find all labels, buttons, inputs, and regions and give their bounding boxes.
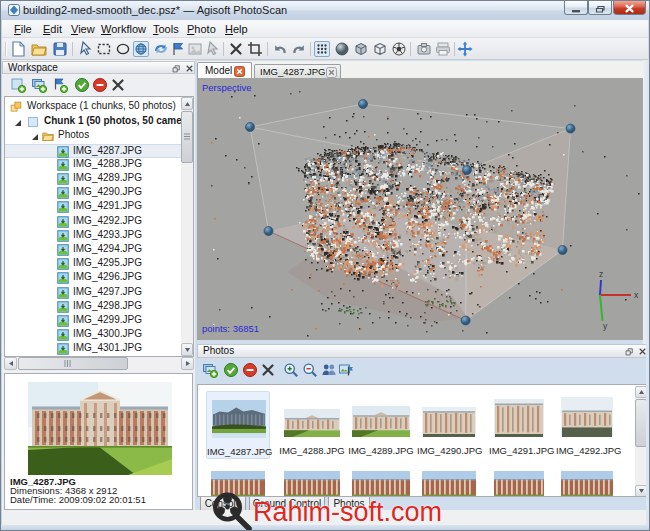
svg-text:Perspective: Perspective	[202, 82, 252, 93]
svg-text:z: z	[599, 269, 603, 279]
svg-text:points: 36851: points: 36851	[202, 323, 259, 334]
